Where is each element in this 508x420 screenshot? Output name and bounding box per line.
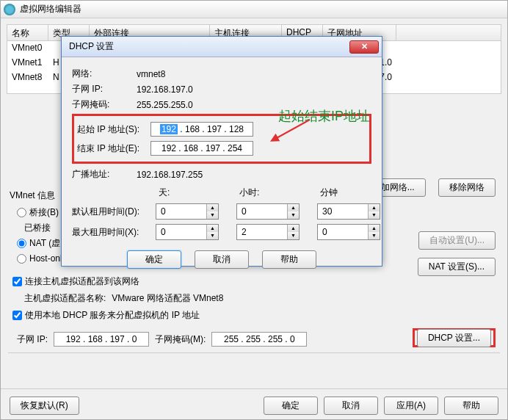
minutes-header: 分钟 — [317, 187, 388, 199]
dialog-body: 网络:vmnet8 子网 IP:192.168.197.0 子网掩码:255.2… — [62, 57, 382, 276]
network-ops: 加网络... 移除网络 — [370, 178, 496, 197]
up-icon[interactable]: ▲ — [288, 204, 299, 211]
max-days-spinner[interactable]: ▲▼ — [156, 224, 219, 240]
app-icon — [4, 4, 15, 15]
col-name[interactable]: 名称 — [7, 25, 48, 40]
subnet-mask-input[interactable]: 255 . 255 . 255 . 0 — [211, 332, 307, 347]
down-icon[interactable]: ▼ — [288, 232, 299, 239]
use-dhcp-label: 使用本地 DHCP 服务来分配虚拟机的 IP 地址 — [25, 309, 200, 322]
default-lease-label: 默认租用时间(D): — [72, 206, 145, 218]
bottom-right-buttons: 确定 取消 应用(A) 帮助 — [264, 397, 498, 415]
subnet-ip-input[interactable]: 192 . 168 . 197 . 0 — [54, 332, 149, 347]
nat-radio[interactable] — [17, 239, 26, 248]
default-minutes-input[interactable] — [318, 204, 368, 219]
max-days-input[interactable] — [156, 225, 206, 239]
cell: VMnet0 — [7, 41, 48, 56]
start-ip-label: 起始 IP 地址(S): — [77, 123, 150, 136]
subnet-value: 192.168.197.0 — [137, 84, 193, 95]
broadcast-value: 192.168.197.255 — [137, 170, 203, 180]
dialog-ok-button[interactable]: 确定 — [127, 250, 181, 269]
bridged-label: 桥接(B) — [29, 206, 59, 219]
broadcast-label: 广播地址: — [72, 168, 137, 181]
host-adapter-value: VMware 网络适配器 VMnet8 — [112, 292, 223, 305]
default-days-spinner[interactable]: ▲▼ — [156, 203, 219, 220]
end-ip-label: 结束 IP 地址(E): — [77, 142, 150, 155]
up-icon[interactable]: ▲ — [369, 204, 380, 211]
dhcp-dialog: DHCP 设置 ✕ 网络:vmnet8 子网 IP:192.168.197.0 … — [61, 36, 382, 267]
dhcp-settings-button[interactable]: DHCP 设置... — [417, 329, 491, 347]
default-minutes-spinner[interactable]: ▲▼ — [317, 203, 380, 220]
days-header: 天: — [156, 187, 226, 199]
ip-selection: 192 — [160, 124, 178, 134]
start-ip-input[interactable]: 192 . 168 . 197 . 128 — [150, 122, 253, 137]
dialog-cancel-button[interactable]: 取消 — [195, 250, 249, 269]
bridged-radio[interactable] — [17, 208, 26, 217]
hostonly-radio[interactable] — [17, 254, 26, 264]
bridged-adapter-label: 已桥接 — [24, 222, 51, 234]
dhcp-settings-wrap: DHCP 设置... — [413, 329, 496, 347]
divider — [8, 352, 500, 353]
down-icon[interactable]: ▼ — [369, 211, 380, 219]
title-bar: 虚拟网络编辑器 — [1, 1, 507, 18]
restore-defaults-button[interactable]: 恢复默认(R) — [10, 397, 79, 415]
use-dhcp-checkbox[interactable] — [12, 311, 22, 320]
hours-header: 小时: — [236, 187, 307, 199]
down-icon[interactable]: ▼ — [207, 232, 218, 239]
subnet-ip-label: 子网 IP: — [17, 333, 48, 346]
cell: VMnet1 — [7, 56, 48, 70]
max-minutes-spinner[interactable]: ▲▼ — [317, 224, 380, 240]
nat-settings-button[interactable]: NAT 设置(S)... — [418, 258, 496, 276]
apply-button[interactable]: 应用(A) — [384, 397, 438, 415]
bottom-bar: 恢复默认(R) 确定 取消 应用(A) 帮助 — [1, 388, 507, 415]
down-icon[interactable]: ▼ — [369, 232, 380, 239]
cancel-button[interactable]: 取消 — [324, 397, 378, 415]
default-days-input[interactable] — [156, 204, 206, 219]
mask-label: 子网掩码: — [72, 98, 137, 111]
subnet-label: 子网 IP: — [72, 83, 137, 95]
use-dhcp-row: 使用本地 DHCP 服务来分配虚拟机的 IP 地址 — [12, 309, 498, 322]
connect-host-label: 连接主机虚拟适配器到该网络 — [25, 275, 139, 288]
cell: VMnet8 — [7, 70, 48, 85]
close-icon[interactable]: ✕ — [349, 40, 379, 54]
down-icon[interactable]: ▼ — [207, 211, 218, 219]
end-ip-input[interactable]: 192 . 168 . 197 . 254 — [150, 141, 253, 156]
subnet-mask-label: 子网掩码(M): — [155, 333, 206, 346]
network-value: vmnet8 — [137, 69, 165, 79]
dialog-buttons: 确定 取消 帮助 — [72, 250, 371, 269]
max-minutes-input[interactable] — [318, 225, 368, 239]
max-hours-spinner[interactable]: ▲▼ — [236, 224, 300, 240]
dialog-title-bar[interactable]: DHCP 设置 ✕ — [62, 37, 382, 57]
dialog-title: DHCP 设置 — [69, 40, 114, 53]
max-hours-input[interactable] — [237, 225, 287, 239]
ok-button[interactable]: 确定 — [264, 397, 318, 415]
ip-rest: . 168 . 197 . 128 — [178, 124, 244, 134]
up-icon[interactable]: ▲ — [288, 225, 299, 232]
nat-label: NAT (虚 — [29, 237, 60, 250]
connect-host-row: 连接主机虚拟适配器到该网络 — [12, 275, 498, 288]
up-icon[interactable]: ▲ — [369, 225, 380, 232]
default-hours-input[interactable] — [237, 204, 287, 219]
help-button[interactable]: 帮助 — [444, 397, 498, 415]
host-adapter-row: 主机虚拟适配器名称: VMware 网络适配器 VMnet8 — [24, 292, 498, 305]
connect-host-checkbox[interactable] — [12, 277, 22, 286]
host-adapter-label: 主机虚拟适配器名称: — [24, 292, 106, 305]
main-window: 虚拟网络编辑器 名称 类型 外部连接 主机连接 DHCP 子网地址 VMnet0… — [0, 0, 508, 420]
nat-settings-wrap: NAT 设置(S)... — [418, 258, 496, 276]
auto-settings-wrap: 自动设置(U)... — [418, 231, 496, 250]
auto-settings-button: 自动设置(U)... — [418, 231, 496, 250]
lease-grid: 天: 小时: 分钟 默认租用时间(D): ▲▼ ▲▼ ▲▼ 最大租用时间(X):… — [72, 187, 371, 240]
mask-value: 255.255.255.0 — [137, 100, 193, 110]
highlight-dhcp-button: DHCP 设置... — [413, 328, 496, 347]
up-icon[interactable]: ▲ — [207, 225, 218, 232]
default-hours-spinner[interactable]: ▲▼ — [236, 203, 300, 220]
up-icon[interactable]: ▲ — [207, 204, 218, 211]
dialog-help-button[interactable]: 帮助 — [262, 250, 316, 269]
down-icon[interactable]: ▼ — [288, 211, 299, 219]
max-lease-label: 最大租用时间(X): — [72, 226, 145, 239]
remove-network-button[interactable]: 移除网络 — [438, 178, 496, 197]
annotation-text: 起始结束IP地址 — [278, 107, 370, 125]
window-title: 虚拟网络编辑器 — [20, 3, 81, 15]
network-label: 网络: — [72, 68, 137, 80]
